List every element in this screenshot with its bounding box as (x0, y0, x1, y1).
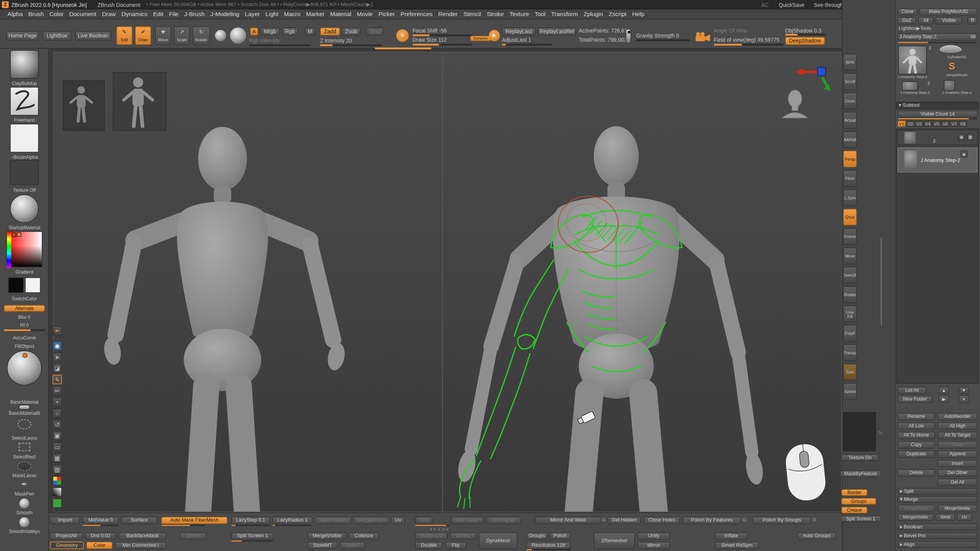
home-page-button[interactable]: Home Page (6, 31, 39, 41)
insert-button[interactable]: Insert (938, 460, 977, 468)
mirror-and-weld-axis-dot[interactable] (602, 518, 606, 522)
clone-button[interactable]: Clone (897, 8, 917, 16)
camera-icon[interactable] (695, 32, 711, 42)
menu-movie[interactable]: Movie (357, 11, 372, 18)
groups-button[interactable]: Groups (841, 498, 876, 505)
gravity-strength-track[interactable] (636, 39, 690, 41)
auto-mask-fibermesh-button[interactable]: Auto Mask FiberMesh (161, 517, 227, 524)
dist-slider[interactable]: Dist 0.02 (85, 532, 116, 540)
strip-linefill-button[interactable]: Line Fill (843, 305, 857, 322)
material-thumb-startup[interactable] (10, 194, 39, 223)
rf-slider[interactable]: Rf 0 (0, 322, 49, 328)
polish-by-features-slider[interactable]: Polish By Features (683, 517, 741, 524)
focal-shift-track[interactable] (413, 34, 473, 36)
mergevisible-button[interactable]: MergeVisible (897, 514, 934, 521)
menu-preferences[interactable]: Preferences (400, 11, 433, 18)
menu-alpha[interactable]: Alpha (8, 11, 23, 18)
mirror-button[interactable]: Mirror (637, 542, 670, 549)
menu-file[interactable]: File (169, 11, 178, 18)
alternate-button[interactable]: Alternate (4, 305, 45, 312)
tool-thumb-simplebrush[interactable]: S (946, 60, 957, 72)
rotate-mode-button[interactable]: ↻ Rotate (193, 26, 210, 45)
gradient-swatch[interactable] (52, 487, 62, 496)
material-thumb-basic[interactable] (7, 350, 42, 385)
draw-rect-tool-icon[interactable]: ✎ (52, 375, 62, 384)
live-boolean-button[interactable]: Live Boolean (75, 31, 111, 41)
polish-by-features-dot[interactable] (743, 518, 746, 522)
menu-texture[interactable]: Texture (510, 11, 529, 18)
mask-pen-icon[interactable]: ✒ (19, 480, 30, 490)
all-to-home-button[interactable]: All To Home (897, 432, 935, 439)
menu-j-brush[interactable]: J-Brush (184, 11, 204, 18)
menu-material[interactable]: Material (330, 11, 351, 18)
secondary-color-swatch[interactable] (25, 277, 41, 293)
subtool-tab-v3[interactable]: V3 (915, 121, 923, 127)
draw-size-slider[interactable]: Draw Size 112 (413, 37, 447, 43)
lazyradius-slider[interactable]: LazyRadius 1 (273, 517, 312, 524)
gravity-strength-slider[interactable]: Gravity Strength 0 (636, 33, 679, 39)
zsub-button[interactable]: Zsub (342, 28, 361, 36)
new-folder-button[interactable]: New Folder (897, 395, 932, 403)
adjust-last-slider[interactable]: AdjustLast 1 (502, 37, 531, 43)
field-of-view-slider[interactable]: Field of view(deg) 39.59775 (714, 37, 779, 43)
visible-count-slider[interactable]: Visible Count 14 (897, 111, 977, 117)
edit-mode-button[interactable]: ✎ Edit (116, 26, 132, 45)
strip-bpr-button[interactable]: BPR (843, 54, 857, 70)
rgb-intensity-slider[interactable]: Rgb Intensity (249, 37, 280, 44)
menu-macro[interactable]: Macro (284, 11, 301, 18)
bevel-pro-section-header[interactable]: ▸ Bevel Pro (897, 532, 977, 539)
strip-aahalf-button[interactable]: AAHalf (843, 131, 857, 148)
subtool-up-button[interactable]: ▲ (939, 387, 949, 395)
double-button[interactable]: Double (415, 542, 443, 549)
morph-uv-button[interactable]: Morph UV (415, 532, 448, 540)
material-thumb-basicb[interactable] (19, 405, 30, 410)
zcut-button[interactable]: Zcut (366, 28, 384, 36)
rf-track[interactable] (4, 329, 45, 331)
folder-collapse-button[interactable]: ▾ (959, 395, 969, 403)
mergevisible-bottom-button[interactable]: MergeVisible (307, 532, 346, 540)
delete-subtool-button[interactable]: Delete (897, 469, 935, 477)
strip-zoom-button[interactable]: Zoom (843, 93, 857, 109)
split-screen-bottom-slider[interactable]: Split Screen 1 (231, 532, 274, 540)
accucurve-button[interactable]: AccuCurve (0, 335, 49, 341)
menu-layer[interactable]: Layer (245, 11, 260, 18)
all-high-button[interactable]: All High (938, 422, 977, 430)
list-all-button[interactable]: List All (897, 387, 926, 395)
adjust-last-track[interactable] (502, 44, 552, 46)
lightbox-button[interactable]: LightBox (42, 31, 71, 41)
select-lasso-icon[interactable] (18, 419, 31, 429)
deep-shadow-button[interactable]: DeepShadow (785, 37, 825, 45)
alpha-thumb-brushalpha[interactable] (10, 124, 39, 152)
alpha-a-button[interactable]: A (250, 28, 258, 36)
color-picker-gradient[interactable] (6, 231, 42, 267)
menu-light[interactable]: Light (265, 11, 278, 18)
menu-render[interactable]: Render (438, 11, 458, 18)
smart-resym-button[interactable]: Smart ReSym (715, 542, 759, 549)
merge-uv-button[interactable]: Uv (957, 514, 972, 521)
rgb-intensity-track[interactable] (249, 44, 311, 46)
del-higher-button[interactable]: Del Higher (486, 517, 521, 524)
subtool-down-button[interactable]: ▼ (959, 387, 969, 395)
del-hidden-button[interactable]: Del Hidden (608, 517, 641, 524)
mask-by-feature-button[interactable]: MaskByFeature (840, 470, 881, 477)
mirror-and-weld-button[interactable]: Mirror And Weld (535, 517, 601, 524)
import-button[interactable]: Import (50, 517, 80, 524)
select-cursor-icon[interactable]: ➤ (52, 352, 62, 362)
duplicate-button[interactable]: Duplicate (897, 450, 935, 458)
obj-shadow-track[interactable] (785, 34, 826, 36)
menu-brush[interactable]: Brush (28, 11, 44, 18)
subtool-tab-v4[interactable]: V4 (924, 121, 932, 127)
subtool-header[interactable]: ▾ Subtool (896, 102, 979, 109)
frame-tool-icon[interactable]: ▭ (52, 442, 62, 452)
circle-tool-icon[interactable]: ○ (52, 409, 62, 418)
menu-j-modeling[interactable]: J-Modeling (210, 11, 239, 18)
delete-row2-button[interactable]: Delete (180, 532, 206, 540)
rename-button[interactable]: Rename (897, 413, 935, 421)
menu-tool[interactable]: Tool (535, 11, 546, 18)
hatch-tool-icon[interactable]: ▨ (52, 465, 62, 474)
subtool-tab-v8[interactable]: V8 (959, 121, 967, 127)
draw-mode-button[interactable]: ✐ Draw (135, 26, 151, 45)
m-button[interactable]: M (305, 28, 315, 36)
quick-pen-icon[interactable]: ✒ (52, 326, 62, 335)
rgb-button[interactable]: Rgb (282, 28, 298, 36)
